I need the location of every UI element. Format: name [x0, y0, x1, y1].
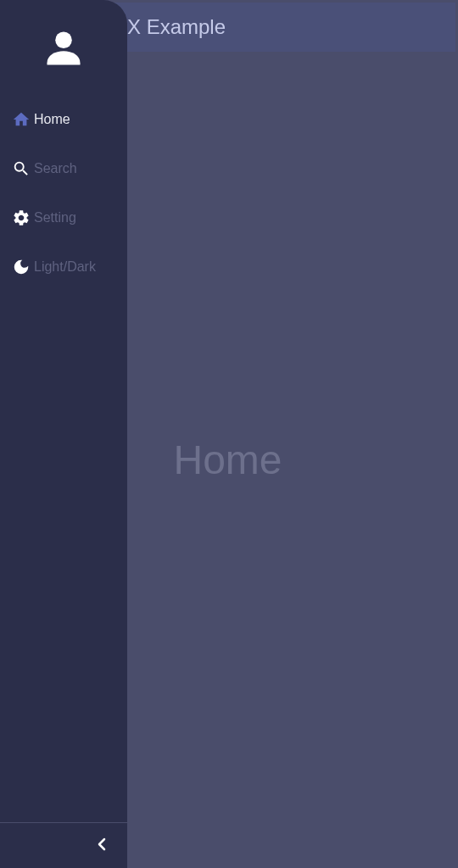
page-title: Home: [173, 437, 282, 483]
navigation-drawer: Home Search Setting: [0, 0, 127, 868]
drawer-item-label: Search: [34, 161, 77, 176]
home-icon: [12, 110, 31, 129]
svg-point-0: [55, 32, 72, 49]
drawer-item-home[interactable]: Home: [0, 95, 127, 144]
app-bar-title: X Example: [127, 15, 226, 39]
drawer-item-search[interactable]: Search: [0, 144, 127, 193]
settings-icon: [12, 209, 31, 227]
drawer-item-label: Home: [34, 112, 70, 127]
moon-icon: [12, 258, 31, 276]
drawer-header: [0, 0, 127, 92]
avatar-icon: [42, 26, 86, 74]
drawer-item-label: Setting: [34, 210, 76, 225]
drawer-item-label: Light/Dark: [34, 259, 96, 275]
search-icon: [12, 159, 31, 178]
drawer-items: Home Search Setting: [0, 92, 127, 822]
drawer-item-theme[interactable]: Light/Dark: [0, 242, 127, 292]
drawer-footer: [0, 822, 127, 868]
drawer-item-setting[interactable]: Setting: [0, 193, 127, 242]
chevron-left-icon[interactable]: [92, 834, 112, 858]
